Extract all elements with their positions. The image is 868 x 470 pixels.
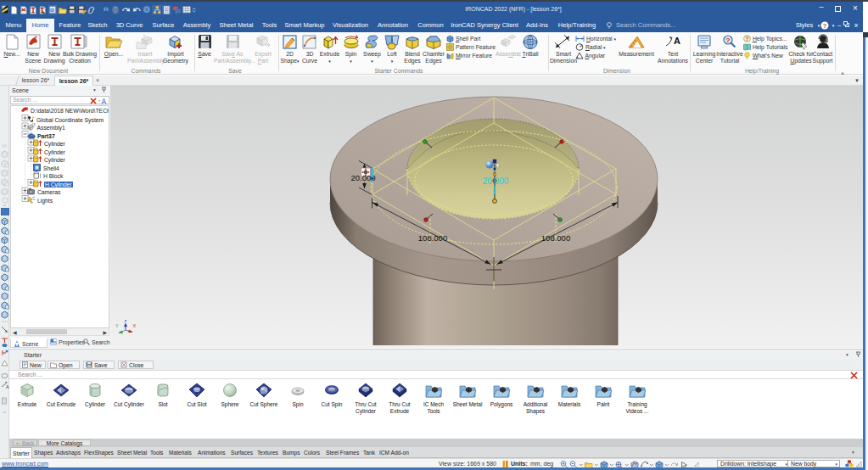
svg-text:?: ?: [746, 36, 749, 42]
svg-text:X: X: [133, 323, 137, 328]
svg-text:*: *: [98, 98, 101, 104]
svg-text:108.000: 108.000: [418, 233, 447, 243]
svg-text:A: A: [674, 36, 680, 46]
svg-text:Y: Y: [115, 323, 119, 328]
svg-text:108.000: 108.000: [541, 233, 570, 243]
svg-text:?: ?: [823, 22, 827, 30]
svg-text:z: z: [125, 318, 127, 323]
svg-text:20.000: 20.000: [483, 176, 509, 186]
svg-text:?: ?: [726, 36, 731, 44]
